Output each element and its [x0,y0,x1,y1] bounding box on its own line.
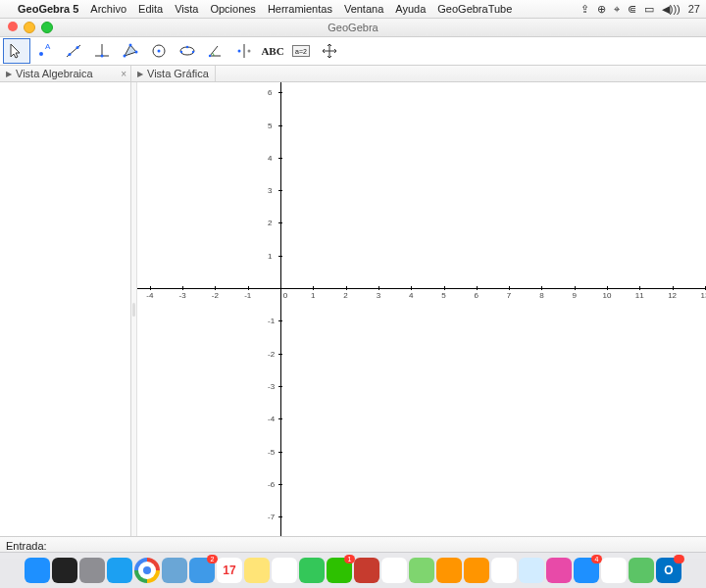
dock-app3[interactable] [601,558,627,583]
y-tick: -6 [268,479,275,488]
window-title: GeoGebra [328,22,378,33]
volume-icon[interactable]: ◀))) [662,3,681,16]
tool-circle[interactable] [145,38,173,64]
tab-algebra[interactable]: ▶ Vista Algebraica × [0,66,131,81]
dock-messages[interactable] [299,558,325,583]
dock-maps[interactable] [409,558,434,583]
menu-archivo[interactable]: Archivo [90,3,126,15]
tool-point[interactable]: A [31,38,59,64]
x-tick: 13 [700,291,706,300]
svg-point-3 [69,53,72,56]
dock-notes[interactable] [244,558,270,583]
x-tick: 9 [572,291,576,300]
x-tick: -1 [244,291,251,300]
svg-point-14 [180,51,182,53]
y-tick: 1 [268,251,272,260]
display-icon[interactable]: ▭ [644,3,654,16]
x-tick: -4 [146,291,153,300]
svg-point-19 [238,50,241,53]
tool-conic[interactable] [174,38,201,64]
zoom-window-button[interactable] [41,22,53,33]
input-field[interactable] [51,539,700,553]
dock-launchpad[interactable] [79,558,105,583]
menu-vista[interactable]: Vista [175,3,198,15]
tool-perpendicular[interactable] [88,38,116,64]
menu-ayuda[interactable]: Ayuda [395,3,426,15]
dock-app1[interactable] [354,558,379,583]
y-tick: -5 [268,447,275,456]
close-window-button[interactable] [8,22,18,31]
y-tick: -2 [268,349,275,358]
dock-itunes[interactable] [546,558,572,583]
clock[interactable]: 27 [688,3,700,15]
svg-text:A: A [45,42,51,51]
y-axis [280,82,281,536]
y-tick: -3 [268,381,275,390]
menu-edita[interactable]: Edita [138,3,163,15]
dock-geogebra[interactable] [491,558,517,583]
svg-point-13 [180,47,194,55]
bluetooth-icon[interactable]: ⌖ [614,3,620,16]
menu-geogebratube[interactable]: GeoGebraTube [437,3,512,15]
dock-photos[interactable] [381,558,407,583]
dock-pages[interactable] [464,558,489,583]
x-axis [137,288,706,289]
tool-reflect[interactable] [230,38,258,64]
x-tick: 1 [311,291,315,300]
tool-text[interactable]: ABC [259,38,286,64]
y-tick: 2 [268,219,272,227]
dock-calendar[interactable]: 17 [217,558,242,583]
tool-move-view[interactable] [316,38,343,64]
menu-ventana[interactable]: Ventana [344,3,383,15]
disclosure-icon: ▶ [6,70,12,78]
x-tick: -2 [212,291,219,300]
y-tick: 5 [268,121,272,129]
dock-wechat[interactable]: 1 [327,558,352,583]
dock-ibooks[interactable] [436,558,462,583]
y-tick: 4 [268,153,272,162]
x-tick: 5 [441,291,445,300]
y-tick: -4 [268,415,275,423]
graphics-view[interactable]: -4-3-2-1012345678910111213-7-6-5-4-3-2-1… [137,82,706,536]
dock-preview[interactable] [162,558,187,583]
y-tick: 3 [268,186,272,195]
dock-appstore[interactable]: 4 [574,558,599,583]
dock-mail[interactable]: 2 [189,558,215,583]
dock-app4[interactable] [629,558,654,583]
svg-point-4 [76,46,79,49]
svg-point-17 [209,55,211,57]
tool-polygon[interactable] [117,38,144,64]
dock: 21714O [0,552,706,588]
x-tick: 4 [409,291,413,300]
tool-slider[interactable]: a=2 [287,38,315,64]
minimize-window-button[interactable] [24,22,35,33]
tool-line[interactable] [60,38,87,64]
spotlight-icon[interactable]: ⊕ [597,3,606,16]
menu-opciones[interactable]: Opciones [210,3,255,15]
dock-outlook[interactable]: O [656,558,681,583]
tab-graphic[interactable]: ▶ Vista Gráfica [131,66,216,81]
wifi-icon[interactable]: ⋐ [628,3,636,16]
x-tick: 8 [539,291,543,300]
dropbox-icon[interactable]: ⇪ [580,3,589,16]
dock-reminders[interactable] [272,558,297,583]
window-titlebar: GeoGebra [0,19,706,37]
dock-safari[interactable] [107,558,132,583]
dock-chrome[interactable] [134,558,160,583]
dock-finder[interactable] [25,558,50,583]
close-algebra-icon[interactable]: × [121,69,126,79]
x-tick: 0 [283,291,287,300]
svg-point-15 [186,46,188,48]
x-tick: -3 [179,291,186,300]
svg-point-9 [129,44,132,47]
dock-siri[interactable] [52,558,77,583]
svg-point-20 [248,50,251,53]
app-name[interactable]: GeoGebra 5 [18,3,78,15]
x-tick: 3 [377,291,380,300]
tool-angle[interactable] [202,38,229,64]
mac-menubar: GeoGebra 5 Archivo Edita Vista Opciones … [0,0,706,19]
menu-herramientas[interactable]: Herramientas [268,3,332,15]
tool-move[interactable] [3,38,30,64]
x-tick: 2 [343,291,347,300]
dock-app2[interactable] [519,558,544,583]
